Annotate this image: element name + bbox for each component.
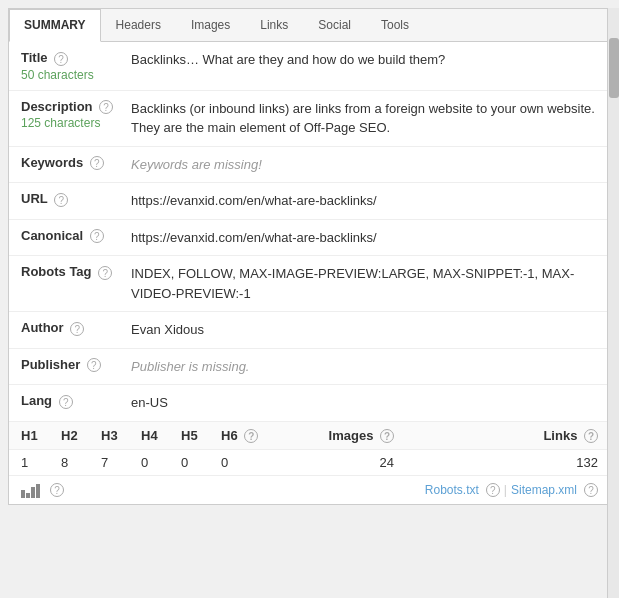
stats-links-value: 132	[406, 455, 598, 470]
description-row: Description ? 125 characters Backlinks (…	[9, 91, 610, 147]
keywords-label-col: Keywords ?	[21, 155, 131, 171]
footer-separator: |	[504, 483, 507, 497]
stats-h2-header: H2	[61, 428, 101, 443]
summary-content: Title ? 50 characters Backlinks… What ar…	[9, 42, 610, 504]
author-label: Author	[21, 320, 64, 335]
svg-rect-3	[36, 484, 40, 498]
canonical-value: https://evanxid.com/en/what-are-backlink…	[131, 228, 598, 248]
title-label: Title	[21, 50, 48, 65]
keywords-value: Keywords are missing!	[131, 155, 598, 175]
author-label-col: Author ?	[21, 320, 131, 336]
canonical-help-icon[interactable]: ?	[90, 229, 104, 243]
stats-header-row: H1 H2 H3 H4 H5 H6 ? Images ? Links ?	[9, 422, 610, 451]
sitemap-xml-link[interactable]: Sitemap.xml	[511, 483, 577, 497]
stats-h5-header: H5	[181, 428, 221, 443]
tab-tools[interactable]: Tools	[366, 9, 424, 41]
svg-rect-0	[21, 490, 25, 498]
publisher-label-col: Publisher ?	[21, 357, 131, 373]
scrollbar[interactable]	[607, 8, 619, 598]
url-label-col: URL ?	[21, 191, 131, 207]
chart-icon[interactable]	[21, 482, 41, 498]
keywords-label: Keywords	[21, 155, 83, 170]
publisher-label: Publisher	[21, 357, 80, 372]
stats-h4-header: H4	[141, 428, 181, 443]
title-value: Backlinks… What are they and how do we b…	[131, 50, 598, 70]
lang-row: Lang ? en-US	[9, 385, 610, 422]
robots-value: INDEX, FOLLOW, MAX-IMAGE-PREVIEW:LARGE, …	[131, 264, 598, 303]
description-label-col: Description ? 125 characters	[21, 99, 131, 131]
stats-h1-header: H1	[21, 428, 61, 443]
links-help-icon[interactable]: ?	[584, 429, 598, 443]
url-row: URL ? https://evanxid.com/en/what-are-ba…	[9, 183, 610, 220]
description-label: Description	[21, 99, 93, 114]
stats-h3-value: 7	[101, 455, 141, 470]
author-value: Evan Xidous	[131, 320, 598, 340]
keywords-row: Keywords ? Keywords are missing!	[9, 147, 610, 184]
stats-h6-value: 0	[221, 455, 276, 470]
lang-label: Lang	[21, 393, 52, 408]
robots-label-col: Robots Tag ?	[21, 264, 131, 280]
lang-help-icon[interactable]: ?	[59, 395, 73, 409]
title-help-icon[interactable]: ?	[54, 52, 68, 66]
url-label: URL	[21, 191, 48, 206]
publisher-row: Publisher ? Publisher is missing.	[9, 349, 610, 386]
h6-help-icon[interactable]: ?	[244, 429, 258, 443]
sitemap-help-icon[interactable]: ?	[584, 483, 598, 497]
tab-bar: SUMMARY Headers Images Links Social Tool…	[9, 9, 610, 42]
title-char-count: 50 characters	[21, 68, 123, 82]
title-label-col: Title ? 50 characters	[21, 50, 131, 82]
stats-h6-header: H6 ?	[221, 428, 276, 444]
canonical-label-col: Canonical ?	[21, 228, 131, 244]
stats-h1-value: 1	[21, 455, 61, 470]
robots-txt-link[interactable]: Robots.txt	[425, 483, 479, 497]
svg-rect-1	[26, 493, 30, 498]
stats-images-header: Images ?	[276, 428, 406, 444]
url-help-icon[interactable]: ?	[54, 193, 68, 207]
tab-headers[interactable]: Headers	[101, 9, 176, 41]
stats-data-row: 1 8 7 0 0 0 24 132	[9, 450, 610, 476]
stats-h4-value: 0	[141, 455, 181, 470]
tab-social[interactable]: Social	[303, 9, 366, 41]
title-row: Title ? 50 characters Backlinks… What ar…	[9, 42, 610, 91]
publisher-value: Publisher is missing.	[131, 357, 598, 377]
url-value: https://evanxid.com/en/what-are-backlink…	[131, 191, 598, 211]
robots-label: Robots Tag	[21, 264, 92, 279]
scroll-thumb[interactable]	[609, 38, 619, 98]
author-row: Author ? Evan Xidous	[9, 312, 610, 349]
canonical-label: Canonical	[21, 228, 83, 243]
lang-value: en-US	[131, 393, 598, 413]
lang-label-col: Lang ?	[21, 393, 131, 409]
svg-rect-2	[31, 487, 35, 498]
robots-help-icon[interactable]: ?	[98, 266, 112, 280]
description-char-count: 125 characters	[21, 116, 123, 130]
description-value: Backlinks (or inbound links) are links f…	[131, 99, 598, 138]
robots-txt-help-icon[interactable]: ?	[486, 483, 500, 497]
images-help-icon[interactable]: ?	[380, 429, 394, 443]
tab-links[interactable]: Links	[245, 9, 303, 41]
stats-h3-header: H3	[101, 428, 141, 443]
footer-links: Robots.txt ? | Sitemap.xml ?	[425, 483, 598, 497]
keywords-help-icon[interactable]: ?	[90, 156, 104, 170]
stats-images-value: 24	[276, 455, 406, 470]
stats-links-header: Links ?	[406, 428, 598, 444]
tab-summary[interactable]: SUMMARY	[9, 9, 101, 42]
stats-h2-value: 8	[61, 455, 101, 470]
footer-help-icon[interactable]: ?	[50, 483, 64, 497]
canonical-row: Canonical ? https://evanxid.com/en/what-…	[9, 220, 610, 257]
author-help-icon[interactable]: ?	[70, 322, 84, 336]
description-help-icon[interactable]: ?	[99, 100, 113, 114]
tab-images[interactable]: Images	[176, 9, 245, 41]
robots-row: Robots Tag ? INDEX, FOLLOW, MAX-IMAGE-PR…	[9, 256, 610, 312]
stats-h5-value: 0	[181, 455, 221, 470]
footer-row: ? Robots.txt ? | Sitemap.xml ?	[9, 476, 610, 504]
footer-left: ?	[21, 482, 64, 498]
publisher-help-icon[interactable]: ?	[87, 358, 101, 372]
